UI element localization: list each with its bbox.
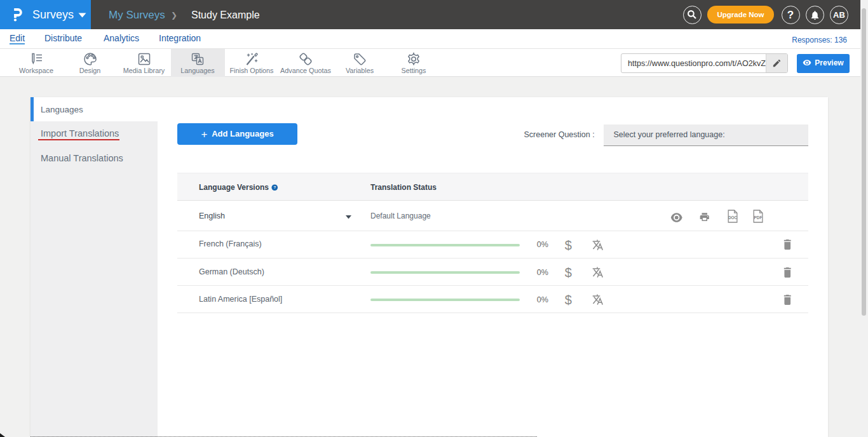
svg-text:PDF: PDF <box>754 215 762 220</box>
svg-text:?: ? <box>274 185 276 189</box>
svg-text:DOC: DOC <box>728 215 738 220</box>
